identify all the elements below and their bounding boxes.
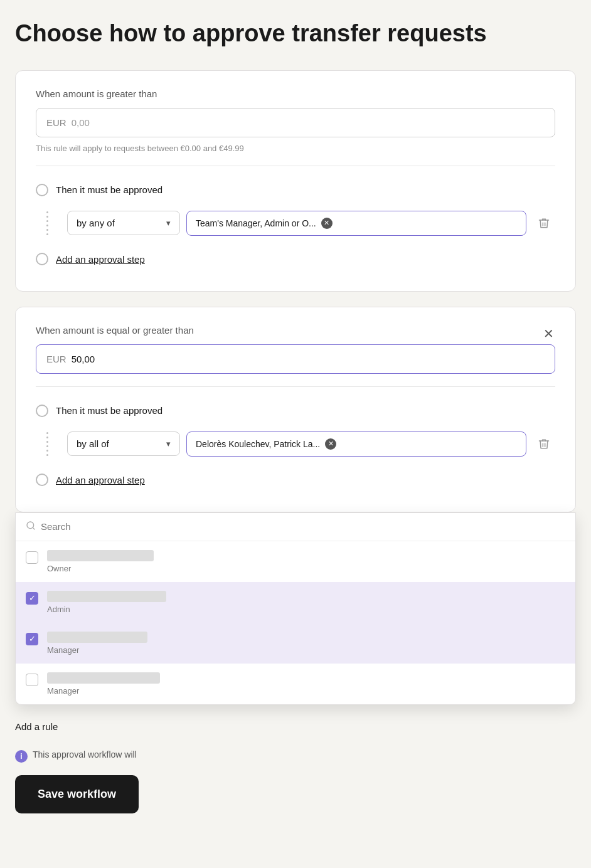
checkbox-1[interactable]: ✓: [26, 592, 38, 605]
add-step-row-1[interactable]: Add an approval step: [36, 245, 555, 273]
add-step-label-1[interactable]: Add an approval step: [56, 250, 145, 268]
trash-button-1[interactable]: [533, 212, 555, 235]
radio-add-step-2[interactable]: [36, 474, 48, 486]
person-role-0: Owner: [47, 564, 154, 573]
person-role-1: Admin: [47, 605, 166, 614]
person-role-3: Manager: [47, 686, 160, 696]
checkbox-3[interactable]: [26, 674, 38, 686]
person-info-1: Admin: [47, 591, 166, 614]
divider-2: [36, 386, 555, 387]
approval-type-dropdown-1[interactable]: by any of ▾: [67, 211, 180, 235]
dropdown-item-3[interactable]: Manager: [16, 664, 575, 704]
chevron-down-icon-1: ▾: [166, 218, 171, 228]
radio-approval-2[interactable]: [36, 405, 48, 417]
svg-line-1: [33, 527, 35, 529]
info-text: This approval workflow will: [33, 749, 137, 760]
person-name-3: [47, 672, 160, 684]
add-rule-row[interactable]: Add a rule: [15, 716, 576, 737]
person-info-2: Manager: [47, 632, 147, 655]
rule-label-1: When amount is greater than: [36, 88, 555, 99]
trash-button-2[interactable]: [533, 433, 555, 455]
add-step-label-2[interactable]: Add an approval step: [56, 471, 145, 489]
amount-value-2: 50,00: [72, 354, 95, 364]
checkbox-2[interactable]: ✓: [26, 633, 38, 645]
dotted-line-1: [41, 206, 53, 240]
close-card-2-button[interactable]: ✕: [542, 325, 555, 342]
checkbox-0[interactable]: [26, 551, 38, 564]
info-icon: i: [15, 750, 28, 763]
amount-value-1: 0,00: [72, 117, 90, 128]
rule-card-2: When amount is equal or greater than ✕ E…: [15, 307, 576, 512]
info-row: i This approval workflow will: [15, 749, 576, 763]
divider-1: [36, 166, 555, 166]
chevron-down-icon-2: ▾: [166, 439, 171, 448]
card-header-2: When amount is equal or greater than ✕: [36, 325, 555, 344]
person-info-0: Owner: [47, 550, 154, 573]
dotted-line-2: [41, 427, 53, 461]
radio-approval-1[interactable]: [36, 184, 48, 196]
chip-close-2[interactable]: ✕: [325, 438, 336, 450]
approval-header-row-2: Then it must be approved: [36, 400, 555, 422]
add-step-row-2[interactable]: Add an approval step: [36, 466, 555, 494]
approver-dropdown-overlay: Owner ✓ Admin ✓ Manager Manager: [15, 512, 576, 705]
approval-label-1: Then it must be approved: [56, 184, 162, 195]
dropdown-item-1[interactable]: ✓ Admin: [16, 582, 575, 623]
approval-header-row-1: Then it must be approved: [36, 179, 555, 201]
chip-close-1[interactable]: ✕: [321, 218, 333, 229]
currency-label-1: EUR: [46, 117, 67, 128]
person-name-2: [47, 632, 147, 643]
amount-input-wrap-1[interactable]: EUR 0,00: [36, 108, 555, 137]
currency-label-2: EUR: [46, 354, 67, 364]
search-row: [16, 513, 575, 541]
person-name-0: [47, 550, 154, 561]
dropdown-item-2[interactable]: ✓ Manager: [16, 623, 575, 664]
person-name-1: [47, 591, 166, 602]
save-workflow-button[interactable]: Save workflow: [15, 775, 139, 813]
approval-type-dropdown-2[interactable]: by all of ▾: [67, 431, 180, 456]
page-title: Choose how to approve transfer requests: [15, 20, 504, 48]
search-input[interactable]: [41, 521, 565, 532]
dropdown-item-0[interactable]: Owner: [16, 541, 575, 582]
search-icon: [26, 521, 36, 533]
approver-chip-1[interactable]: Team's Manager, Admin or O... ✕: [186, 211, 526, 236]
radio-add-step-1[interactable]: [36, 253, 48, 265]
approver-chip-2[interactable]: Delorès Koulechev, Patrick La... ✕: [186, 431, 526, 457]
rule-label-2: When amount is equal or greater than: [36, 325, 194, 336]
rule-hint-1: This rule will apply to requests between…: [36, 144, 555, 153]
amount-input-wrap-2[interactable]: EUR 50,00: [36, 344, 555, 374]
person-info-3: Manager: [47, 672, 160, 696]
rule-card-1: When amount is greater than EUR 0,00 Thi…: [15, 70, 576, 292]
add-rule-label[interactable]: Add a rule: [15, 721, 58, 732]
person-role-2: Manager: [47, 645, 147, 655]
approval-label-2: Then it must be approved: [56, 405, 162, 416]
